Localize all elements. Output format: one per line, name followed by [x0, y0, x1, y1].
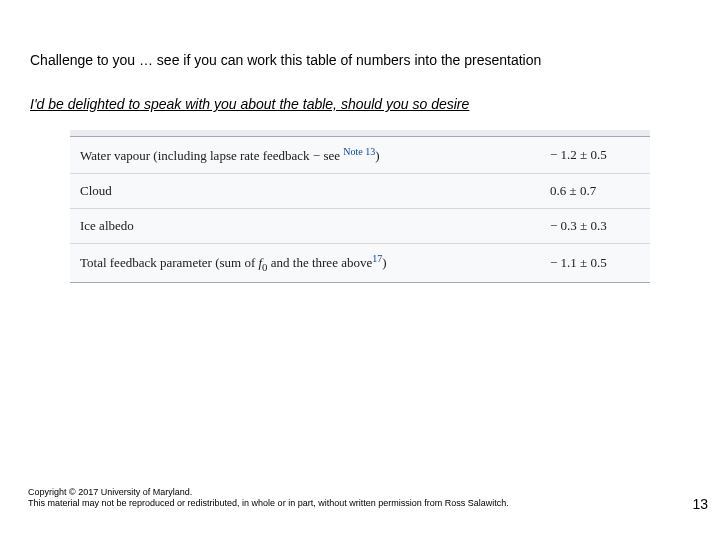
table-cell-value: − 0.3 ± 0.3 [540, 208, 650, 243]
copyright-block: Copyright © 2017 University of Maryland.… [28, 487, 509, 510]
table-cell-label: Water vapour (including lapse rate feedb… [70, 136, 540, 173]
table-row: Total feedback parameter (sum of f0 and … [70, 243, 650, 282]
label-text: Total feedback parameter (sum of [80, 255, 258, 270]
note-link[interactable]: Note 13 [343, 146, 375, 157]
table-cell-label: Ice albedo [70, 208, 540, 243]
page-number: 13 [692, 496, 708, 512]
table-cell-label: Cloud [70, 173, 540, 208]
table-row: Water vapour (including lapse rate feedb… [70, 136, 650, 173]
table-cell-value: − 1.2 ± 0.5 [540, 136, 650, 173]
table-row: Ice albedo − 0.3 ± 0.3 [70, 208, 650, 243]
label-text-post: ) [375, 148, 379, 163]
note-link[interactable]: 17 [372, 253, 382, 264]
table-row: Cloud 0.6 ± 0.7 [70, 173, 650, 208]
label-text-mid: and the three above [268, 255, 373, 270]
table-cell-value: 0.6 ± 0.7 [540, 173, 650, 208]
slide-heading: Challenge to you … see if you can work t… [30, 52, 541, 68]
label-text-post: ) [382, 255, 386, 270]
table-cell-value: − 1.1 ± 0.5 [540, 243, 650, 282]
feedback-table: Water vapour (including lapse rate feedb… [70, 130, 650, 283]
label-text: Water vapour (including lapse rate feedb… [80, 148, 343, 163]
table-cell-label: Total feedback parameter (sum of f0 and … [70, 243, 540, 282]
copyright-line-1: Copyright © 2017 University of Maryland. [28, 487, 509, 499]
slide-subheading: I'd be delighted to speak with you about… [30, 96, 469, 112]
slide: Challenge to you … see if you can work t… [0, 0, 720, 540]
copyright-line-2: This material may not be reproduced or r… [28, 498, 509, 510]
feedback-table-wrap: Water vapour (including lapse rate feedb… [70, 130, 650, 283]
